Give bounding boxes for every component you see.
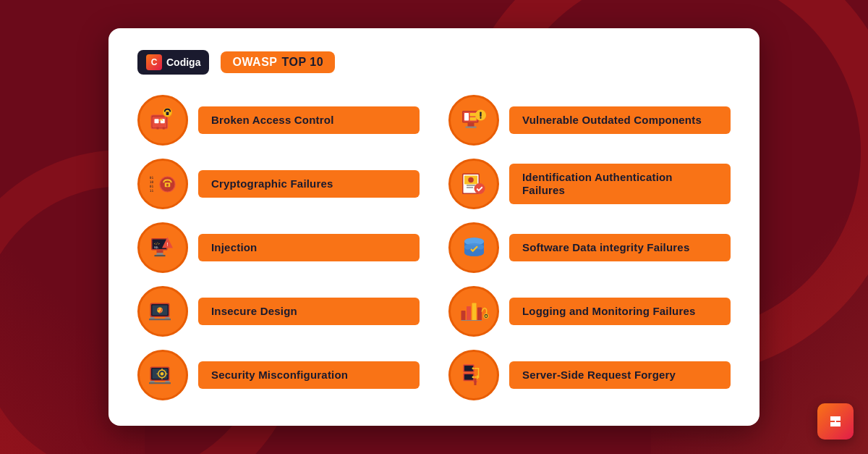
label-server-side-request-forgery: Server-Side Request Forgery [509, 361, 731, 389]
svg-rect-41 [461, 311, 465, 321]
item-injection: </> SQL ! Injection [137, 222, 420, 273]
corner-codiga-icon [817, 403, 854, 440]
svg-rect-53 [464, 366, 473, 371]
label-text-broken-access-control: Broken Access Control [211, 114, 334, 126]
svg-point-25 [468, 177, 474, 182]
items-grid: Broken Access Control [137, 95, 731, 400]
icon-vulnerable-outdated [448, 95, 499, 146]
svg-rect-42 [467, 306, 471, 321]
owasp-badge: OWASP TOP 10 [221, 51, 335, 73]
svg-rect-5 [166, 112, 169, 115]
svg-rect-58 [474, 379, 476, 385]
icon-logging-monitoring [448, 286, 499, 337]
codiga-label: Codiga [166, 56, 200, 68]
owasp-label: OWASP [232, 56, 277, 69]
svg-rect-2 [154, 119, 158, 123]
svg-point-13 [480, 117, 481, 118]
svg-text:10: 10 [149, 180, 153, 184]
icon-software-data-integrity [448, 222, 499, 273]
icon-cryptographic-failures: 01 10 01 11 [137, 159, 188, 209]
svg-rect-21 [166, 185, 168, 186]
label-text-server-side-request-forgery: Server-Side Request Forgery [522, 369, 676, 381]
item-software-data-integrity: Software Data integrity Failures [448, 222, 731, 273]
svg-point-57 [472, 376, 474, 378]
svg-rect-10 [469, 117, 476, 121]
label-text-injection: Injection [211, 241, 257, 253]
codiga-logo: C Codiga [137, 50, 209, 75]
svg-text:11: 11 [149, 189, 153, 193]
item-security-misconfiguration: Security Misconfiguration [137, 350, 420, 400]
svg-rect-43 [472, 303, 476, 320]
label-software-data-integrity: Software Data integrity Failures [509, 234, 731, 261]
label-identification-auth: Identification Authentication Failures [509, 164, 731, 204]
svg-rect-12 [480, 112, 481, 117]
main-card: C Codiga OWASP TOP 10 [109, 28, 760, 426]
item-cryptographic-failures: 01 10 01 11 Cryptographic Failures [137, 159, 420, 209]
label-security-misconfiguration: Security Misconfiguration [198, 361, 420, 389]
svg-text:!: ! [166, 240, 168, 247]
corner-codiga-logo [817, 403, 854, 440]
svg-rect-31 [156, 250, 163, 253]
label-text-identification-auth: Identification Authentication Failures [522, 171, 673, 196]
label-vulnerable-outdated: Vulnerable Outdated Components [509, 106, 731, 134]
label-text-security-misconfiguration: Security Misconfiguration [211, 369, 348, 381]
item-server-side-request-forgery: Server-Side Request Forgery [448, 350, 731, 400]
label-text-logging-monitoring: Logging and Monitoring Failures [522, 305, 696, 317]
svg-point-26 [474, 183, 485, 194]
item-identification-auth: Identification Authentication Failures [448, 159, 731, 209]
item-insecure-design: Insecure Design [137, 286, 420, 337]
icon-injection: </> SQL ! [137, 222, 188, 273]
svg-point-51 [160, 372, 163, 376]
item-broken-access-control: Broken Access Control [137, 95, 420, 146]
svg-point-46 [485, 315, 487, 317]
item-logging-monitoring: Logging and Monitoring Failures [448, 286, 731, 337]
icon-server-side-request-forgery [448, 350, 499, 400]
svg-rect-44 [477, 307, 482, 320]
icon-identification-auth [448, 159, 499, 209]
icon-broken-access-control [137, 95, 188, 146]
label-text-software-data-integrity: Software Data integrity Failures [522, 241, 689, 253]
svg-rect-8 [464, 113, 469, 121]
top10-label: TOP 10 [282, 56, 324, 69]
svg-text:01: 01 [149, 185, 153, 188]
svg-rect-55 [464, 374, 473, 380]
svg-point-56 [472, 367, 474, 369]
label-broken-access-control: Broken Access Control [198, 106, 420, 134]
label-text-cryptographic-failures: Cryptographic Failures [211, 177, 333, 190]
label-injection: Injection [198, 234, 420, 261]
item-vulnerable-outdated: Vulnerable Outdated Components [448, 95, 731, 146]
svg-text:01: 01 [149, 176, 153, 180]
label-logging-monitoring: Logging and Monitoring Failures [509, 298, 731, 325]
label-insecure-design: Insecure Design [198, 298, 420, 325]
card-header: C Codiga OWASP TOP 10 [137, 50, 731, 75]
icon-security-misconfiguration [137, 350, 188, 400]
label-text-vulnerable-outdated: Vulnerable Outdated Components [522, 114, 702, 126]
codiga-icon: C [146, 54, 162, 70]
svg-text:</>: </> [153, 242, 159, 245]
svg-text:SQL: SQL [153, 245, 159, 248]
icon-insecure-design [137, 286, 188, 337]
label-cryptographic-failures: Cryptographic Failures [198, 170, 420, 198]
label-text-insecure-design: Insecure Design [211, 305, 297, 317]
